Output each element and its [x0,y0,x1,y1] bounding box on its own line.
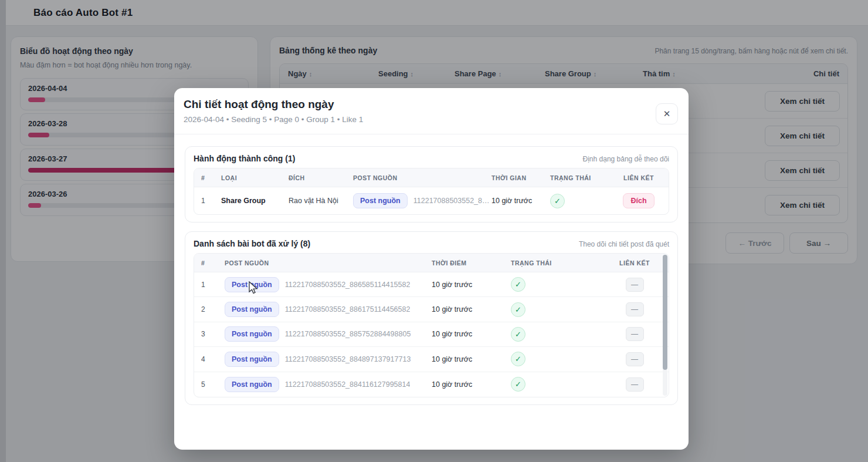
col-index: # [201,174,221,181]
scrollbar-track[interactable] [663,255,667,396]
status-cell: ✓ [511,302,608,317]
source-post-badge[interactable]: Post nguồn [353,193,408,208]
col-source-post: POST NGUỒN [225,259,432,267]
processed-table-row: 1 Post nguồn 112217088503552_88658511441… [194,272,669,297]
success-check-icon: ✓ [511,377,525,392]
modal-body: Hành động thành công (1) Định dạng bảng … [174,134,689,405]
modal-header: Chi tiết hoạt động theo ngày 2026-04-04 … [174,88,689,134]
source-post-badge[interactable]: Post nguồn [225,377,279,392]
source-post-id: 112217088503552_886175114456582 [285,305,411,313]
target-link-badge[interactable]: Đích [623,193,654,208]
source-post-id: 112217088503552_886585114415582 [413,197,491,205]
status-cell: ✓ [511,377,608,392]
processed-table-header: # POST NGUỒN THỜI ĐIỂM TRẠNG THÁI LIÊN K… [194,254,669,272]
success-actions-section: Hành động thành công (1) Định dạng bảng … [185,146,678,222]
post-time: 10 giờ trước [432,305,511,313]
modal-title: Chi tiết hoạt động theo ngày [184,98,679,111]
screen: Báo cáo Auto Bot #1 Biểu đồ hoạt động th… [0,0,868,462]
source-post-badge[interactable]: Post nguồn [225,326,279,342]
scrollbar-thumb[interactable] [663,255,667,370]
row-index: 1 [201,281,225,289]
success-actions-table: # LOẠI ĐÍCH POST NGUỒN THỜI GIAN TRẠNG T… [194,168,669,215]
col-status: TRẠNG THÁI [550,174,616,181]
link-placeholder-button[interactable]: — [626,327,644,341]
link-placeholder-button[interactable]: — [626,278,644,292]
link-placeholder-button[interactable]: — [626,377,644,392]
row-index: 2 [201,305,225,313]
link-placeholder-button[interactable]: — [626,302,644,316]
success-check-icon: ✓ [550,194,565,208]
row-index: 5 [201,380,225,389]
source-post-id: 112217088503552_886585114415582 [285,281,411,289]
col-link: LIÊN KẾT [616,174,662,181]
col-link: LIÊN KẾT [608,259,662,267]
modal-close-button[interactable]: ✕ [656,103,678,124]
row-index: 1 [201,197,221,205]
success-section-note: Định dạng bảng dễ theo dõi [583,155,669,163]
action-time: 10 giờ trước [491,197,550,205]
post-time: 10 giờ trước [432,330,511,338]
status-cell: ✓ [511,327,608,342]
processed-table-row: 3 Post nguồn 112217088503552_88575288449… [194,322,669,347]
success-check-icon: ✓ [511,327,525,342]
source-post-badge[interactable]: Post nguồn [225,277,279,292]
post-time: 10 giờ trước [432,281,511,289]
col-type: LOẠI [221,174,289,181]
action-target: Rao vặt Hà Nội [289,197,353,205]
source-post-id: 112217088503552_885752884498805 [285,330,411,338]
col-status: TRẠNG THÁI [511,259,608,267]
row-index: 4 [201,355,225,363]
processed-posts-section: Danh sách bài bot đã xử lý (8) Theo dõi … [185,231,678,405]
col-time: THỜI GIAN [491,174,550,181]
post-time: 10 giờ trước [432,380,511,389]
col-source-post: POST NGUỒN [353,174,491,181]
success-check-icon: ✓ [511,302,525,317]
col-target: ĐÍCH [289,174,353,181]
col-time: THỜI ĐIỂM [432,259,511,267]
success-check-icon: ✓ [511,277,525,292]
success-check-icon: ✓ [511,352,525,366]
col-index: # [201,259,225,267]
status-cell: ✓ [550,194,616,208]
day-detail-modal: Chi tiết hoạt động theo ngày 2026-04-04 … [174,88,689,450]
source-post-id: 112217088503552_884116127995814 [285,380,411,389]
source-post-id: 112217088503552_884897137917713 [285,355,411,363]
source-post-badge[interactable]: Post nguồn [225,302,279,317]
status-cell: ✓ [511,277,608,292]
success-table-row: 1 Share Group Rao vặt Hà Nội Post nguồn … [194,187,669,214]
post-time: 10 giờ trước [432,355,511,363]
processed-section-title: Danh sách bài bot đã xử lý (8) [194,239,310,248]
processed-table-row: 2 Post nguồn 112217088503552_88617511445… [194,297,669,322]
success-section-title: Hành động thành công (1) [194,154,295,163]
row-index: 3 [201,330,225,338]
action-type: Share Group [221,197,289,205]
source-post-badge[interactable]: Post nguồn [225,352,279,367]
modal-subtitle: 2026-04-04 • Seeding 5 • Page 0 • Group … [184,115,679,124]
processed-table-row: 4 Post nguồn 112217088503552_88489713791… [194,347,669,372]
success-table-header: # LOẠI ĐÍCH POST NGUỒN THỜI GIAN TRẠNG T… [194,168,669,187]
link-placeholder-button[interactable]: — [626,352,644,366]
processed-table-body: 1 Post nguồn 112217088503552_88658511441… [194,272,669,397]
processed-section-note: Theo dõi chi tiết post đã quét [579,240,669,248]
status-cell: ✓ [511,352,608,366]
close-icon: ✕ [663,109,671,119]
processed-posts-table: # POST NGUỒN THỜI ĐIỂM TRẠNG THÁI LIÊN K… [194,253,669,397]
processed-table-row: 5 Post nguồn 112217088503552_88411612799… [194,372,669,397]
success-table-body: 1 Share Group Rao vặt Hà Nội Post nguồn … [194,187,669,214]
